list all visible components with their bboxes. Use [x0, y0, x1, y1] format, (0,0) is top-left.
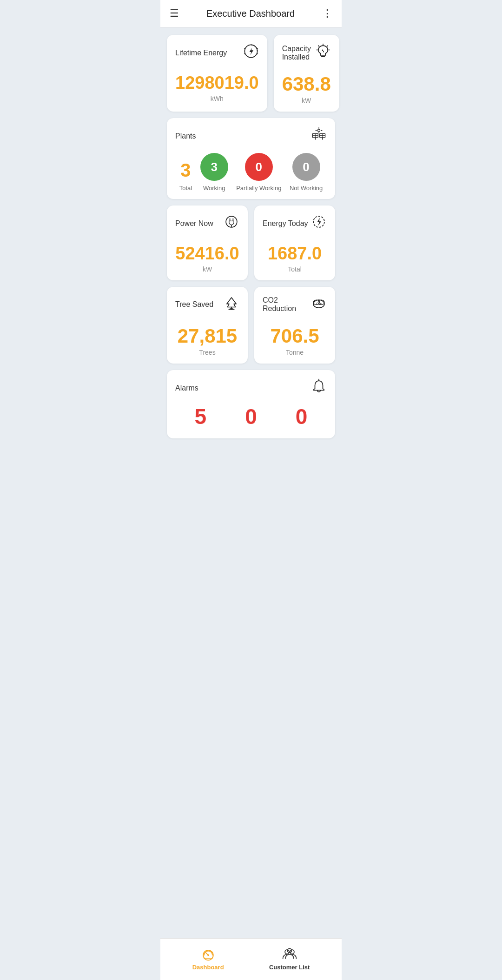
alarm-warning-value: 0	[245, 404, 257, 429]
lightbulb-icon	[315, 43, 331, 62]
svg-point-38	[290, 950, 294, 954]
plants-label: Plants	[175, 132, 196, 140]
lifetime-energy-card: Lifetime Energy 1298019.0 kWh	[167, 35, 267, 112]
co2-reduction-value-wrap: 706.5 Tonne	[263, 319, 327, 356]
power-now-unit: kW	[203, 265, 212, 273]
alarms-header: Alarms	[175, 378, 327, 397]
svg-line-3	[318, 46, 319, 46]
tree-icon	[224, 295, 239, 314]
plants-notworking-value: 0	[303, 160, 309, 174]
co2-reduction-value: 706.5	[270, 325, 319, 347]
lifetime-energy-value: 1298019.0	[175, 73, 259, 93]
co2-reduction-card: CO2 Reduction CO₂ 706.5 Tonne	[254, 287, 335, 364]
alarm-critical-value: 5	[195, 404, 207, 429]
capacity-installed-card: Capacity Installed 638.8 k	[274, 35, 339, 112]
svg-point-37	[285, 950, 289, 954]
alarms-label: Alarms	[175, 384, 198, 392]
alarm-info-item: 0	[296, 404, 308, 429]
plants-working-badge: 3	[200, 153, 228, 181]
energy-today-icon	[311, 214, 327, 233]
tree-saved-card: Tree Saved 27,815 Trees	[167, 287, 248, 364]
tree-saved-label: Tree Saved	[175, 300, 213, 309]
plants-notworking-item: 0 Not Working	[290, 153, 323, 192]
plants-working-label: Working	[203, 185, 225, 192]
energy-today-header: Energy Today	[263, 214, 327, 233]
plants-partial-label: Partially Working	[236, 185, 281, 192]
tree-saved-unit: Trees	[199, 349, 215, 356]
tree-saved-value: 27,815	[178, 325, 237, 347]
plants-partial-value: 0	[256, 160, 262, 174]
alarm-critical-item: 5	[195, 404, 207, 429]
tree-saved-value-wrap: 27,815 Trees	[175, 319, 239, 356]
app-header: ☰ Executive Dashboard ⋮	[160, 0, 342, 27]
row-energy-capacity: Lifetime Energy 1298019.0 kWh Capacity I	[167, 35, 335, 112]
lifetime-energy-value-wrap: 1298019.0 kWh	[175, 67, 259, 102]
energy-today-label: Energy Today	[263, 219, 308, 228]
power-now-card: Power Now 52416.0 kW	[167, 205, 248, 280]
more-options-icon[interactable]: ⋮	[322, 7, 332, 20]
nav-dashboard[interactable]: Dashboard	[192, 945, 224, 971]
capacity-installed-value-wrap: 638.8 kW	[282, 67, 331, 104]
plants-row: 3 Total 3 Working 0 Partially Working 0 …	[175, 153, 327, 192]
plants-total-item: 3 Total	[179, 160, 192, 192]
plants-total-label: Total	[179, 185, 192, 192]
bottom-spacer	[167, 445, 335, 487]
svg-point-35	[207, 954, 209, 956]
capacity-installed-value: 638.8	[282, 73, 331, 95]
power-now-header: Power Now	[175, 214, 239, 233]
nav-customer-list[interactable]: Customer List	[269, 945, 310, 971]
tree-saved-header: Tree Saved	[175, 295, 239, 314]
lifetime-energy-label: Lifetime Energy	[175, 49, 227, 57]
svg-point-39	[287, 948, 291, 953]
plants-header: Plants	[175, 126, 327, 146]
customer-list-nav-label: Customer List	[269, 964, 310, 971]
row-tree-co2: Tree Saved 27,815 Trees CO2 Reduction	[167, 287, 335, 364]
lifetime-energy-unit: kWh	[211, 95, 224, 102]
energy-today-value: 1687.0	[268, 244, 322, 264]
menu-icon[interactable]: ☰	[170, 7, 179, 20]
dashboard-nav-label: Dashboard	[192, 964, 224, 971]
plants-total-value: 3	[180, 160, 191, 181]
page-title: Executive Dashboard	[206, 8, 295, 19]
plants-working-item: 3 Working	[200, 153, 228, 192]
energy-bolt-icon	[243, 43, 259, 62]
bell-icon	[311, 378, 327, 397]
co2-icon: CO₂	[311, 295, 327, 314]
solar-panel-icon	[311, 126, 327, 146]
svg-point-7	[317, 129, 320, 132]
customer-list-nav-icon	[281, 945, 298, 962]
alarm-warning-item: 0	[245, 404, 257, 429]
plants-partial-badge: 0	[245, 153, 273, 181]
capacity-installed-label: Capacity Installed	[282, 45, 315, 61]
plants-notworking-badge: 0	[292, 153, 320, 181]
row-power-energy: Power Now 52416.0 kW Energy Today	[167, 205, 335, 280]
plants-partial-item: 0 Partially Working	[236, 153, 281, 192]
energy-today-value-wrap: 1687.0 Total	[263, 238, 327, 273]
co2-reduction-header: CO2 Reduction CO₂	[263, 295, 327, 314]
main-content: Lifetime Energy 1298019.0 kWh Capacity I	[160, 27, 342, 494]
power-now-value: 52416.0	[175, 244, 239, 264]
capacity-installed-unit: kW	[302, 97, 311, 104]
plants-notworking-label: Not Working	[290, 185, 323, 192]
bottom-navigation: Dashboard Customer List	[160, 938, 342, 980]
power-now-value-wrap: 52416.0 kW	[175, 238, 239, 273]
lifetime-energy-header: Lifetime Energy	[175, 43, 259, 62]
dashboard-nav-icon	[200, 945, 217, 962]
power-plug-icon	[224, 214, 239, 233]
power-now-label: Power Now	[175, 219, 213, 228]
co2-reduction-label: CO2 Reduction	[263, 296, 311, 313]
co2-reduction-unit: Tonne	[286, 349, 304, 356]
alarms-row: 5 0 0	[175, 404, 327, 431]
plants-card: Plants	[167, 118, 335, 199]
svg-line-4	[327, 46, 328, 46]
energy-today-unit: Total	[288, 265, 302, 273]
svg-text:CO₂: CO₂	[316, 302, 322, 305]
svg-marker-23	[227, 298, 236, 307]
alarms-card: Alarms 5 0 0	[167, 370, 335, 438]
capacity-installed-header: Capacity Installed	[282, 43, 331, 62]
energy-today-card: Energy Today 1687.0 Total	[254, 205, 335, 280]
alarm-info-value: 0	[296, 404, 308, 429]
plants-working-value: 3	[211, 160, 217, 174]
